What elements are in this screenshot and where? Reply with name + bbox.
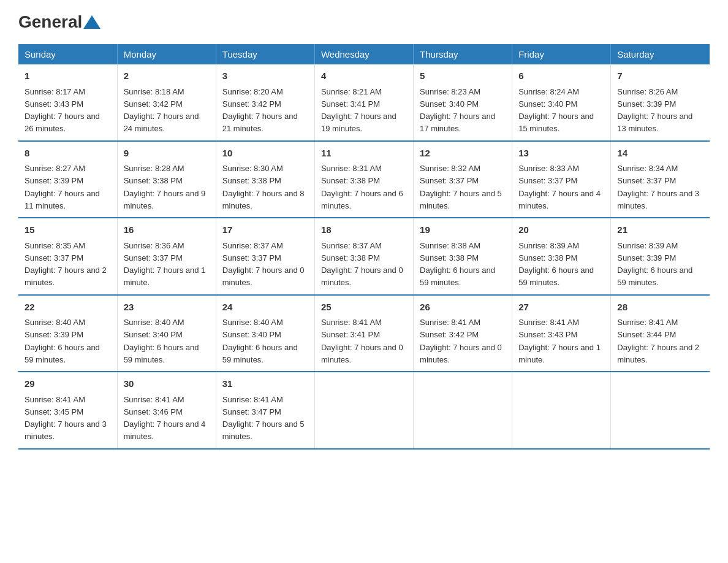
calendar-cell: 20 Sunrise: 8:39 AMSunset: 3:38 PMDaylig… [512, 218, 611, 295]
calendar-cell: 28 Sunrise: 8:41 AMSunset: 3:44 PMDaylig… [611, 295, 710, 372]
day-number: 23 [124, 301, 210, 315]
calendar-cell: 31 Sunrise: 8:41 AMSunset: 3:47 PMDaylig… [216, 372, 314, 449]
day-number: 12 [420, 147, 506, 161]
calendar-cell: 27 Sunrise: 8:41 AMSunset: 3:43 PMDaylig… [512, 295, 611, 372]
day-info: Sunrise: 8:32 AMSunset: 3:37 PMDaylight:… [420, 164, 502, 210]
day-info: Sunrise: 8:40 AMSunset: 3:39 PMDaylight:… [25, 318, 100, 364]
day-number: 28 [617, 301, 703, 315]
calendar-cell: 13 Sunrise: 8:33 AMSunset: 3:37 PMDaylig… [512, 141, 611, 218]
day-info: Sunrise: 8:28 AMSunset: 3:38 PMDaylight:… [124, 164, 206, 210]
day-info: Sunrise: 8:27 AMSunset: 3:39 PMDaylight:… [25, 164, 100, 210]
day-number: 20 [518, 223, 604, 237]
day-info: Sunrise: 8:21 AMSunset: 3:41 PMDaylight:… [321, 87, 396, 134]
day-info: Sunrise: 8:37 AMSunset: 3:37 PMDaylight:… [222, 241, 305, 288]
day-number: 27 [518, 301, 604, 315]
calendar-cell: 24 Sunrise: 8:40 AMSunset: 3:40 PMDaylig… [216, 295, 314, 372]
header-row: SundayMondayTuesdayWednesdayThursdayFrid… [18, 44, 710, 64]
calendar-cell: 11 Sunrise: 8:31 AMSunset: 3:38 PMDaylig… [314, 141, 413, 218]
day-number: 6 [518, 69, 604, 83]
day-info: Sunrise: 8:26 AMSunset: 3:39 PMDaylight:… [617, 87, 692, 134]
calendar-cell: 17 Sunrise: 8:37 AMSunset: 3:37 PMDaylig… [216, 218, 314, 295]
calendar-cell: 4 Sunrise: 8:21 AMSunset: 3:41 PMDayligh… [314, 64, 413, 141]
calendar-cell: 14 Sunrise: 8:34 AMSunset: 3:37 PMDaylig… [611, 141, 710, 218]
calendar-cell: 2 Sunrise: 8:18 AMSunset: 3:42 PMDayligh… [117, 64, 216, 141]
logo: General [18, 12, 100, 32]
calendar-cell: 29 Sunrise: 8:41 AMSunset: 3:45 PMDaylig… [18, 372, 117, 449]
day-info: Sunrise: 8:37 AMSunset: 3:38 PMDaylight:… [321, 241, 403, 288]
day-number: 11 [321, 147, 407, 161]
day-info: Sunrise: 8:31 AMSunset: 3:38 PMDaylight:… [321, 164, 403, 210]
day-info: Sunrise: 8:40 AMSunset: 3:40 PMDaylight:… [124, 318, 199, 364]
day-number: 10 [222, 147, 308, 161]
day-info: Sunrise: 8:40 AMSunset: 3:40 PMDaylight:… [222, 318, 298, 364]
day-number: 16 [124, 223, 210, 237]
header-thursday: Thursday [414, 44, 512, 64]
header-monday: Monday [117, 44, 216, 64]
day-number: 5 [420, 69, 506, 83]
calendar-cell: 26 Sunrise: 8:41 AMSunset: 3:42 PMDaylig… [414, 295, 512, 372]
calendar-cell: 21 Sunrise: 8:39 AMSunset: 3:39 PMDaylig… [611, 218, 710, 295]
day-info: Sunrise: 8:41 AMSunset: 3:47 PMDaylight:… [222, 395, 305, 442]
calendar-cell: 25 Sunrise: 8:41 AMSunset: 3:41 PMDaylig… [314, 295, 413, 372]
calendar-cell: 19 Sunrise: 8:38 AMSunset: 3:38 PMDaylig… [414, 218, 512, 295]
day-number: 19 [420, 223, 506, 237]
calendar-header: SundayMondayTuesdayWednesdayThursdayFrid… [18, 44, 710, 64]
day-info: Sunrise: 8:41 AMSunset: 3:41 PMDaylight:… [321, 318, 403, 364]
calendar-cell: 23 Sunrise: 8:40 AMSunset: 3:40 PMDaylig… [117, 295, 216, 372]
calendar-table: SundayMondayTuesdayWednesdayThursdayFrid… [18, 44, 710, 450]
day-info: Sunrise: 8:38 AMSunset: 3:38 PMDaylight:… [420, 241, 495, 288]
day-number: 3 [222, 69, 308, 83]
day-number: 7 [617, 69, 703, 83]
day-info: Sunrise: 8:41 AMSunset: 3:43 PMDaylight:… [518, 318, 601, 364]
day-number: 13 [518, 147, 604, 161]
page-header: General [18, 12, 710, 32]
calendar-cell: 10 Sunrise: 8:30 AMSunset: 3:38 PMDaylig… [216, 141, 314, 218]
week-row-4: 22 Sunrise: 8:40 AMSunset: 3:39 PMDaylig… [18, 295, 710, 372]
header-wednesday: Wednesday [314, 44, 413, 64]
day-number: 9 [124, 147, 210, 161]
calendar-cell: 15 Sunrise: 8:35 AMSunset: 3:37 PMDaylig… [18, 218, 117, 295]
logo-general-text: General [18, 12, 82, 32]
week-row-1: 1 Sunrise: 8:17 AMSunset: 3:43 PMDayligh… [18, 64, 710, 141]
calendar-cell: 7 Sunrise: 8:26 AMSunset: 3:39 PMDayligh… [611, 64, 710, 141]
day-info: Sunrise: 8:34 AMSunset: 3:37 PMDaylight:… [617, 164, 699, 210]
day-info: Sunrise: 8:41 AMSunset: 3:44 PMDaylight:… [617, 318, 699, 364]
day-info: Sunrise: 8:18 AMSunset: 3:42 PMDaylight:… [124, 87, 199, 134]
day-info: Sunrise: 8:24 AMSunset: 3:40 PMDaylight:… [518, 87, 594, 134]
day-number: 24 [222, 301, 308, 315]
calendar-body: 1 Sunrise: 8:17 AMSunset: 3:43 PMDayligh… [18, 64, 710, 449]
day-info: Sunrise: 8:33 AMSunset: 3:37 PMDaylight:… [518, 164, 601, 210]
calendar-cell [512, 372, 611, 449]
day-info: Sunrise: 8:39 AMSunset: 3:38 PMDaylight:… [518, 241, 594, 288]
day-number: 25 [321, 301, 407, 315]
header-saturday: Saturday [611, 44, 710, 64]
day-number: 22 [25, 301, 111, 315]
day-info: Sunrise: 8:41 AMSunset: 3:46 PMDaylight:… [124, 395, 206, 442]
calendar-cell: 5 Sunrise: 8:23 AMSunset: 3:40 PMDayligh… [414, 64, 512, 141]
calendar-cell [314, 372, 413, 449]
day-info: Sunrise: 8:41 AMSunset: 3:45 PMDaylight:… [25, 395, 107, 442]
header-friday: Friday [512, 44, 611, 64]
day-info: Sunrise: 8:20 AMSunset: 3:42 PMDaylight:… [222, 87, 298, 134]
day-info: Sunrise: 8:30 AMSunset: 3:38 PMDaylight:… [222, 164, 305, 210]
calendar-cell: 9 Sunrise: 8:28 AMSunset: 3:38 PMDayligh… [117, 141, 216, 218]
day-number: 26 [420, 301, 506, 315]
day-number: 8 [25, 147, 111, 161]
day-number: 14 [617, 147, 703, 161]
week-row-5: 29 Sunrise: 8:41 AMSunset: 3:45 PMDaylig… [18, 372, 710, 449]
day-info: Sunrise: 8:39 AMSunset: 3:39 PMDaylight:… [617, 241, 692, 288]
day-number: 2 [124, 69, 210, 83]
calendar-cell: 8 Sunrise: 8:27 AMSunset: 3:39 PMDayligh… [18, 141, 117, 218]
calendar-cell: 3 Sunrise: 8:20 AMSunset: 3:42 PMDayligh… [216, 64, 314, 141]
day-number: 29 [25, 377, 111, 391]
header-tuesday: Tuesday [216, 44, 314, 64]
day-info: Sunrise: 8:41 AMSunset: 3:42 PMDaylight:… [420, 318, 502, 364]
day-info: Sunrise: 8:23 AMSunset: 3:40 PMDaylight:… [420, 87, 495, 134]
calendar-cell [414, 372, 512, 449]
calendar-cell: 22 Sunrise: 8:40 AMSunset: 3:39 PMDaylig… [18, 295, 117, 372]
calendar-cell: 1 Sunrise: 8:17 AMSunset: 3:43 PMDayligh… [18, 64, 117, 141]
calendar-cell: 16 Sunrise: 8:36 AMSunset: 3:37 PMDaylig… [117, 218, 216, 295]
day-info: Sunrise: 8:17 AMSunset: 3:43 PMDaylight:… [25, 87, 100, 134]
header-sunday: Sunday [18, 44, 117, 64]
logo-blue-part [82, 15, 100, 29]
